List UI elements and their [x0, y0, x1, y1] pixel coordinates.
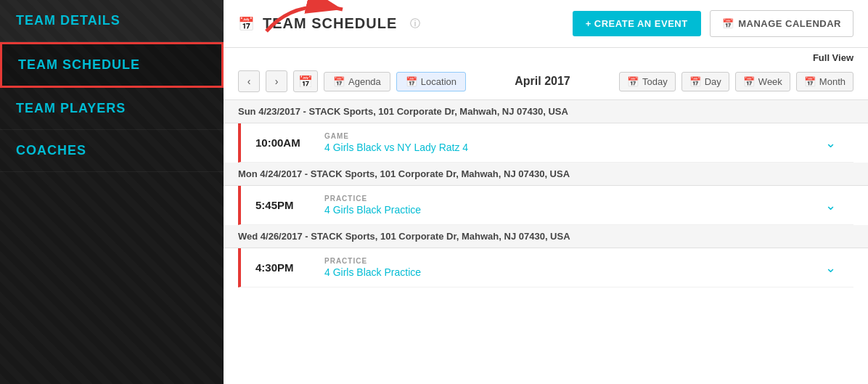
prev-button[interactable]: ‹ — [238, 70, 260, 92]
event-type: GAME — [324, 132, 808, 140]
calendar-picker-button[interactable]: 📅 — [293, 70, 318, 92]
event-time: 4:30PM — [255, 261, 310, 274]
sidebar-item-coaches[interactable]: COACHES — [0, 130, 224, 172]
event-row: 4:30PMPRACTICE4 Girls Black Practice⌄ — [238, 248, 853, 287]
day-label: Day — [705, 76, 721, 87]
create-event-button[interactable]: + CREATE AN EVENT — [573, 11, 701, 36]
expand-button[interactable]: ⌄ — [822, 260, 839, 276]
manage-calendar-button[interactable]: 📅 MANAGE CALENDAR — [710, 10, 853, 37]
sidebar-item-team-players[interactable]: TEAM PLAYERS — [0, 88, 224, 130]
today-label: Today — [642, 76, 668, 87]
event-details: GAME4 Girls Black vs NY Lady Ratz 4 — [324, 132, 808, 153]
agenda-label: Agenda — [348, 76, 381, 87]
date-header-2: Wed 4/26/2017 - STACK Sports, 101 Corpor… — [224, 225, 868, 248]
main-content: 📅 TEAM SCHEDULE ⓘ + CREATE AN EVENT 📅 MA… — [224, 0, 868, 384]
expand-button[interactable]: ⌄ — [822, 197, 839, 213]
date-header-1: Mon 4/24/2017 - STACK Sports, 101 Corpor… — [224, 163, 868, 186]
page-title: TEAM SCHEDULE — [263, 15, 397, 32]
month-button[interactable]: 📅 Month — [796, 72, 853, 91]
sidebar: TEAM DETAILSTEAM SCHEDULETEAM PLAYERSCOA… — [0, 0, 224, 384]
event-time: 10:00AM — [255, 136, 310, 149]
month-icon: 📅 — [804, 76, 816, 87]
location-icon: 📅 — [406, 76, 417, 87]
toolbar: ‹ › 📅 📅 Agenda 📅 Location April 2017 📅 T… — [224, 66, 868, 100]
month-label-btn: Month — [819, 76, 846, 87]
location-label: Location — [421, 76, 456, 87]
event-type: PRACTICE — [324, 195, 808, 203]
day-icon: 📅 — [689, 76, 701, 87]
manage-calendar-icon: 📅 — [722, 18, 734, 29]
events-list: Sun 4/23/2017 - STACK Sports, 101 Corpor… — [224, 100, 868, 384]
day-button[interactable]: 📅 Day — [681, 72, 729, 91]
event-details: PRACTICE4 Girls Black Practice — [324, 257, 808, 278]
week-icon: 📅 — [743, 76, 755, 87]
event-name[interactable]: 4 Girls Black vs NY Lady Ratz 4 — [324, 142, 808, 153]
main-header: 📅 TEAM SCHEDULE ⓘ + CREATE AN EVENT 📅 MA… — [224, 0, 868, 48]
expand-button[interactable]: ⌄ — [822, 135, 839, 151]
full-view-row: Full View — [224, 48, 868, 66]
full-view-label: Full View — [813, 52, 853, 63]
event-row: 10:00AMGAME4 Girls Black vs NY Lady Ratz… — [238, 123, 853, 163]
manage-calendar-label: MANAGE CALENDAR — [738, 18, 841, 29]
event-name[interactable]: 4 Girls Black Practice — [324, 204, 808, 216]
event-name[interactable]: 4 Girls Black Practice — [324, 266, 808, 278]
sidebar-item-team-details[interactable]: TEAM DETAILS — [0, 0, 224, 42]
event-details: PRACTICE4 Girls Black Practice — [324, 195, 808, 216]
week-label: Week — [758, 76, 782, 87]
month-label: April 2017 — [472, 75, 613, 88]
today-button[interactable]: 📅 Today — [619, 72, 676, 91]
event-row: 5:45PMPRACTICE4 Girls Black Practice⌄ — [238, 186, 853, 225]
next-button[interactable]: › — [266, 70, 287, 92]
location-button[interactable]: 📅 Location — [396, 72, 466, 91]
agenda-button[interactable]: 📅 Agenda — [324, 72, 390, 91]
date-header-0: Sun 4/23/2017 - STACK Sports, 101 Corpor… — [224, 100, 868, 123]
calendar-icon: 📅 — [238, 16, 254, 32]
today-icon: 📅 — [627, 76, 639, 87]
agenda-icon: 📅 — [333, 76, 345, 87]
sidebar-item-team-schedule[interactable]: TEAM SCHEDULE — [0, 42, 224, 88]
event-time: 5:45PM — [255, 199, 310, 211]
info-icon: ⓘ — [410, 17, 420, 30]
event-type: PRACTICE — [324, 257, 808, 265]
week-button[interactable]: 📅 Week — [735, 72, 790, 91]
